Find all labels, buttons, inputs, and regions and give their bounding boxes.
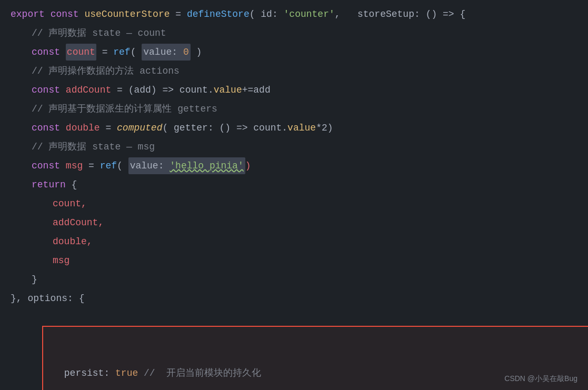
paren-close-msg: ) (245, 157, 251, 174)
code-line-4: // 声明操作数据的方法 actions (0, 62, 588, 81)
var-double: double (66, 119, 100, 136)
var-useCounterStore: useCounterStore (84, 6, 170, 23)
code-line-11: count, (0, 195, 588, 214)
param-value-msg: value: 'hello pinia' (128, 157, 245, 174)
punct-paren: ( id: (250, 6, 284, 23)
punct-brace: { (66, 176, 77, 193)
code-line-12: addCount, (0, 214, 588, 233)
code-line-16: } , options: { (0, 289, 588, 308)
num-zero: 0 (183, 47, 189, 57)
var-addCount: addCount (66, 82, 111, 98)
punct-assign: = (100, 119, 117, 136)
keyword-return: return (32, 176, 66, 193)
prop-value-1: value (214, 82, 242, 98)
code-line-2: // 声明数据 state — count (0, 24, 588, 43)
colon-space: : (104, 365, 115, 382)
keyword-const: const (51, 6, 79, 23)
punct-paren-open2: ( (117, 157, 128, 174)
punct-comma: , storeSetup: () => { (335, 6, 465, 23)
keyword-const-addcount: const (32, 82, 60, 98)
punct-paren-close: ) (191, 44, 202, 61)
keyword-const-double: const (32, 119, 60, 136)
code-line-5: const addCount = (add) => count.value+=a… (0, 81, 588, 100)
code-line-17: persist : true // 开启当前模块的持久化 (0, 308, 588, 390)
code-content: export const useCounterStore = defineSto… (0, 0, 588, 390)
punct: = (add) => count. (111, 82, 213, 98)
operator-plus: +=add (242, 82, 271, 98)
str-counter: 'counter' (284, 6, 335, 23)
code-editor: export const useCounterStore = defineSto… (0, 0, 588, 390)
comment-actions: // 声明操作数据的方法 actions (32, 63, 180, 79)
fn-computed: computed (117, 119, 162, 136)
code-line-15: } (0, 271, 588, 289)
comment-getters: // 声明基于数据派生的计算属性 getters (32, 101, 217, 117)
punct-assign: = (83, 157, 99, 174)
code-line-1: export const useCounterStore = defineSto… (0, 5, 588, 24)
code-line-8: // 声明数据 state — msg (0, 138, 588, 157)
space (60, 82, 66, 98)
code-line-10: return { (0, 176, 588, 195)
closing-brace-store: } (11, 290, 16, 307)
space (45, 6, 51, 23)
fn-ref-msg: ref (100, 157, 117, 174)
comment-state-msg: // 声明数据 state — msg (32, 138, 155, 155)
space (60, 44, 66, 61)
prop-value-2: value (287, 119, 316, 136)
fn-ref-count: ref (113, 44, 130, 61)
fn-defineStore: defineStore (187, 6, 250, 23)
space (79, 6, 85, 23)
value-true: true (115, 365, 138, 382)
punct-times: *2) (316, 119, 333, 136)
str-hello-pinia: 'hello pinia' (170, 161, 243, 171)
code-line-7: const double = computed ( getter: () => … (0, 119, 588, 138)
code-line-14: msg (0, 252, 588, 271)
code-line-6: // 声明基于数据派生的计算属性 getters (0, 100, 588, 119)
var-msg: msg (66, 157, 83, 174)
punct-assign: = (170, 6, 186, 23)
punct-options: , options: { (16, 290, 85, 307)
var-count: count (66, 44, 96, 61)
comment-state-count: // 声明数据 state — count (32, 25, 166, 42)
punct-paren-open: ( (131, 44, 142, 61)
code-line-9: const msg = ref ( value: 'hello pinia') (0, 157, 588, 176)
watermark: CSDN @小吴在敲Bug (504, 374, 577, 384)
keyword-const-msg: const (32, 157, 60, 174)
punct-assign: = (96, 44, 113, 61)
comment-persist: // 开启当前模块的持久化 (138, 365, 261, 382)
return-double: double, (53, 233, 93, 250)
closing-brace: } (32, 271, 37, 288)
return-count: count, (53, 195, 87, 212)
space (60, 119, 66, 136)
param-value-count: value: 0 (142, 44, 190, 61)
keyword-const-count: const (32, 44, 60, 61)
code-line-3: const count = ref ( value: 0 ) (0, 43, 588, 62)
return-msg: msg (53, 252, 69, 269)
punct-getter: ( getter: () => count. (162, 119, 287, 136)
return-addCount: addCount, (53, 214, 104, 231)
code-line-13: double, (0, 233, 588, 252)
persist-key: persist (64, 365, 104, 382)
space (60, 157, 66, 174)
keyword-export: export (11, 6, 45, 23)
